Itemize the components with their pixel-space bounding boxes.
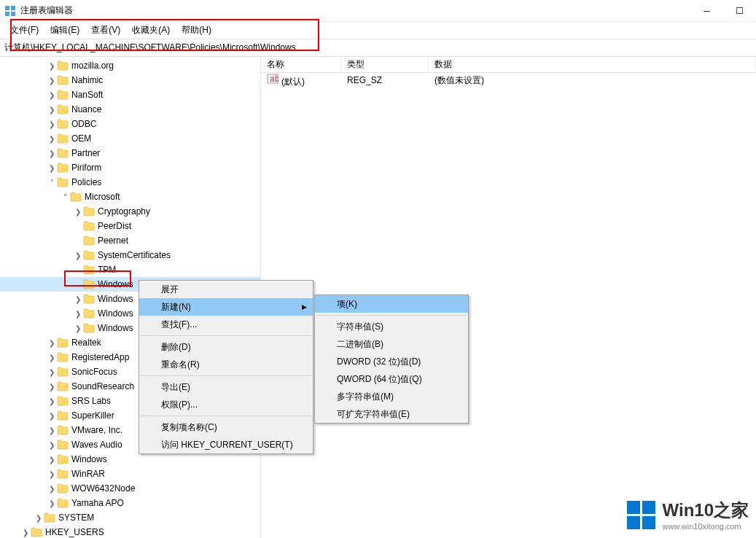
tree-expander-icon[interactable]: ❯	[47, 470, 57, 478]
tree-expander-icon[interactable]: ˅	[47, 179, 57, 187]
cm-delete[interactable]: 删除(D)	[139, 338, 313, 356]
sm-key[interactable]: 项(K)	[315, 295, 468, 313]
tree-expander-icon[interactable]: ❯	[47, 77, 57, 85]
folder-icon	[83, 250, 95, 260]
tree-item-label: Piriform	[71, 163, 101, 173]
tree-item-label: Windows	[98, 323, 133, 333]
tree-expander-icon[interactable]: ❯	[20, 529, 31, 537]
sm-string[interactable]: 字符串值(S)	[315, 318, 468, 335]
minimize-button[interactable]: ─	[690, 0, 723, 22]
tree-item-label: Nuance	[71, 104, 101, 114]
tree-expander-icon[interactable]: ❯	[47, 339, 57, 347]
folder-icon	[57, 410, 69, 421]
cm-new[interactable]: 新建(N)▶	[139, 298, 313, 316]
tree-expander-icon[interactable]: ❯	[47, 354, 57, 362]
tree-item-nahimic[interactable]: ❯Nahimic	[0, 73, 260, 87]
folder-icon	[57, 61, 69, 71]
tree-item-hkey-users[interactable]: ❯HKEY_USERS	[0, 525, 260, 538]
tree-item-policies[interactable]: ˅Policies	[0, 175, 260, 190]
list-row[interactable]: ab(默认)REG_SZ(数值未设置)	[261, 73, 756, 87]
tree-expander-icon[interactable]: ❯	[73, 252, 83, 260]
tree-expander-icon[interactable]: ❯	[47, 149, 57, 157]
tree-item-cryptography[interactable]: ❯Cryptography	[0, 204, 260, 219]
tree-item-systemcertificates[interactable]: ❯SystemCertificates	[0, 248, 260, 262]
tree-expander-icon[interactable]: ❯	[47, 91, 57, 99]
col-name[interactable]: 名称	[261, 57, 341, 72]
tree-expander-icon[interactable]: ❯	[47, 441, 57, 449]
tree-item-oem[interactable]: ❯OEM	[0, 131, 260, 146]
tree-item-windows[interactable]: ❯Windows	[0, 452, 260, 467]
tree-item-nuance[interactable]: ❯Nuance	[0, 102, 260, 117]
tree-expander-icon[interactable]: ❯	[73, 295, 83, 303]
sm-dword-label: DWORD (32 位)值(D)	[337, 356, 421, 368]
tree-item-label: PeerDist	[98, 221, 131, 231]
tree-item-wow6432node[interactable]: ❯WOW6432Node	[0, 481, 260, 496]
tree-expander-icon[interactable]: ❯	[47, 456, 57, 464]
col-data[interactable]: 数据	[429, 57, 756, 72]
folder-icon	[83, 308, 95, 319]
cm-expand[interactable]: 展开	[139, 281, 313, 298]
sm-expand[interactable]: 可扩充字符串值(E)	[315, 405, 468, 423]
tree-expander-icon[interactable]: ❯	[47, 383, 57, 391]
tree-item-piriform[interactable]: ❯Piriform	[0, 160, 260, 175]
menu-view[interactable]: 查看(V)	[85, 22, 126, 39]
tree-item-odbc[interactable]: ❯ODBC	[0, 117, 260, 131]
cm-expand-label: 展开	[161, 284, 179, 296]
tree-item-tpm[interactable]: TPM	[0, 262, 260, 277]
sm-multi[interactable]: 多字符串值(M)	[315, 388, 468, 405]
cm-delete-label: 删除(D)	[161, 341, 191, 354]
tree-item-peerdist[interactable]: PeerDist	[0, 219, 260, 233]
tree-item-label: NanSoft	[71, 90, 103, 100]
tree-expander-icon[interactable]: ❯	[47, 499, 57, 507]
cm-copykey[interactable]: 复制项名称(C)	[139, 418, 313, 436]
tree-item-label: WOW6432Node	[71, 483, 135, 494]
tree-item-partner[interactable]: ❯Partner	[0, 146, 260, 160]
menu-file[interactable]: 文件(F)	[4, 22, 44, 39]
folder-icon	[57, 381, 69, 391]
sm-qword[interactable]: QWORD (64 位)值(Q)	[315, 370, 468, 388]
tree-item-nansoft[interactable]: ❯NanSoft	[0, 87, 260, 102]
tree-item-system[interactable]: ❯SYSTEM	[0, 510, 260, 525]
tree-expander-icon[interactable]: ˅	[60, 193, 70, 201]
folder-icon	[57, 90, 69, 100]
sm-binary[interactable]: 二进制值(B)	[315, 335, 468, 353]
cm-goto-hkcu[interactable]: 访问 HKEY_CURRENT_USER(T)	[139, 436, 313, 453]
tree-expander-icon[interactable]: ❯	[47, 426, 57, 434]
col-type[interactable]: 类型	[341, 57, 429, 72]
menu-help[interactable]: 帮助(H)	[176, 22, 217, 39]
folder-icon	[83, 294, 95, 304]
cm-rename[interactable]: 重命名(R)	[139, 356, 313, 373]
tree-item-label: Realtek	[71, 338, 101, 348]
cm-export[interactable]: 导出(E)	[139, 378, 313, 396]
tree-expander-icon[interactable]: ❯	[73, 310, 83, 318]
tree-item-label: Yamaha APO	[71, 498, 124, 508]
tree-expander-icon[interactable]: ❯	[47, 397, 57, 405]
cm-export-label: 导出(E)	[161, 381, 190, 394]
tree-expander-icon[interactable]: ❯	[47, 164, 57, 172]
tree-expander-icon[interactable]: ❯	[47, 106, 57, 114]
folder-icon	[57, 163, 69, 173]
tree-item-winrar[interactable]: ❯WinRAR	[0, 467, 260, 481]
tree-item-yamaha-apo[interactable]: ❯Yamaha APO	[0, 496, 260, 510]
tree-expander-icon[interactable]: ❯	[47, 485, 57, 493]
tree-expander-icon[interactable]: ❯	[47, 412, 57, 420]
addressbar[interactable]: 计算机\HKEY_LOCAL_MACHINE\SOFTWARE\Policies…	[0, 39, 756, 57]
tree-expander-icon[interactable]: ❯	[47, 135, 57, 143]
cm-perm-label: 权限(P)...	[161, 399, 198, 411]
tree-expander-icon[interactable]: ❯	[73, 324, 83, 332]
tree-item-mozilla-org[interactable]: ❯mozilla.org	[0, 58, 260, 73]
tree-expander-icon[interactable]: ❯	[47, 62, 57, 70]
tree-expander-icon[interactable]: ❯	[73, 208, 83, 216]
sm-dword[interactable]: DWORD (32 位)值(D)	[315, 353, 468, 370]
tree-item-microsoft[interactable]: ˅Microsoft	[0, 190, 260, 204]
tree-expander-icon[interactable]: ❯	[47, 120, 57, 128]
cm-find[interactable]: 查找(F)...	[139, 316, 313, 333]
maximize-button[interactable]: ☐	[723, 0, 756, 22]
tree-item-peernet[interactable]: Peernet	[0, 233, 260, 248]
tree-expander-icon[interactable]: ❯	[47, 368, 57, 376]
menu-favorites[interactable]: 收藏夹(A)	[126, 22, 176, 39]
menu-edit[interactable]: 编辑(E)	[44, 22, 85, 39]
tree-expander-icon[interactable]: ❯	[34, 514, 44, 522]
folder-icon	[57, 352, 69, 362]
cm-permissions[interactable]: 权限(P)...	[139, 396, 313, 413]
